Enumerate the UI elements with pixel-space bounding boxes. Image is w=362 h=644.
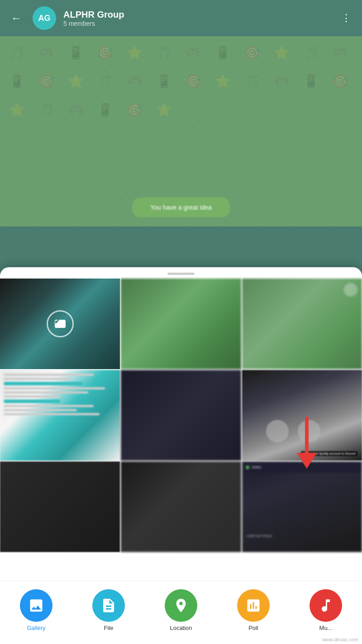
location-icon: [173, 597, 189, 614]
file-label: File: [104, 625, 114, 631]
deco-icon: ⭐: [156, 102, 172, 117]
deco-icon: ⭐: [215, 74, 231, 89]
watermark: www.deuac.com: [322, 637, 358, 642]
red-arrow-indicator: [297, 417, 317, 469]
deco-icon: 🎮: [127, 74, 143, 89]
deco-icon: 🎮: [38, 45, 54, 60]
deco-icon: 🎮: [68, 102, 84, 117]
circle: [266, 420, 289, 442]
photo-cell[interactable]: [121, 461, 241, 552]
nav-item-gallery[interactable]: Gallery: [20, 589, 52, 631]
photo-cell[interactable]: Online USER SETTINGS: [242, 461, 362, 552]
deco-icon: 🎯: [333, 74, 348, 89]
avatar[interactable]: AG: [33, 6, 56, 30]
camera-icon: [55, 318, 66, 329]
photo-cell[interactable]: [0, 370, 120, 461]
deco-icon: 📱: [156, 74, 172, 89]
deco-icon: 🎮: [186, 45, 201, 60]
chat-header: ← AG ALPHR Group 5 members ⋮: [0, 0, 362, 36]
gallery-icon-circle: [20, 589, 52, 622]
deco-icon: 🎵: [38, 102, 54, 117]
poll-label: Poll: [248, 625, 258, 631]
sheet-handle: [167, 273, 195, 275]
deco-icon: 📱: [9, 74, 25, 89]
deco-icon: 🎵: [244, 74, 260, 89]
deco-icon: 📱: [215, 45, 231, 60]
nav-item-file[interactable]: File: [92, 589, 125, 631]
deco-icon: 🎵: [97, 74, 113, 89]
location-label: Location: [170, 625, 192, 631]
file-icon: [100, 597, 117, 614]
location-icon-circle: [165, 589, 197, 622]
nav-item-music[interactable]: Mu...: [310, 589, 342, 631]
music-icon: [318, 597, 334, 614]
online-status: Online: [252, 466, 261, 469]
chat-title: ALPHR Group: [63, 10, 330, 20]
gallery-label: Gallery: [27, 625, 45, 631]
arrow-head: [297, 453, 317, 469]
music-icon-circle: [310, 589, 342, 622]
deco-icon: ⭐: [68, 74, 84, 89]
more-options-button[interactable]: ⋮: [338, 9, 355, 28]
photo-cell[interactable]: [121, 279, 241, 369]
file-icon-circle: [92, 589, 125, 622]
photo-cell[interactable]: [242, 279, 362, 369]
photo-cell[interactable]: [0, 279, 120, 369]
deco-icon: ⭐: [9, 102, 25, 117]
arrow-shaft: [305, 417, 309, 453]
deco-icon: 🎵: [303, 45, 319, 60]
deco-icon: 🎵: [156, 45, 172, 60]
header-info: ALPHR Group 5 members: [63, 10, 330, 27]
deco-icon: 🎯: [186, 74, 201, 89]
deco-icon: 🎯: [38, 74, 54, 89]
deco-icon: 📱: [97, 102, 113, 117]
deco-icon: 📱: [68, 45, 84, 60]
photo-grid: Connected Spotify account to Discord Onl…: [0, 279, 362, 552]
deco-icon: ⭐: [274, 45, 290, 60]
photo-overlay: [47, 310, 74, 337]
photo-screenshot: [0, 370, 120, 461]
member-count: 5 members: [63, 20, 330, 27]
gallery-icon: [28, 597, 44, 614]
deco-icon: 🎮: [333, 45, 348, 60]
message-bubble: You have a great idea: [132, 197, 230, 217]
photo-cell[interactable]: [121, 370, 241, 461]
deco-icon: ⭐: [127, 45, 143, 60]
photo-cell[interactable]: [0, 461, 120, 552]
back-button[interactable]: ←: [7, 8, 25, 28]
poll-icon-circle: [237, 589, 270, 622]
cell9-content: USER SETTINGS: [247, 534, 357, 538]
chat-background: 🎵 🎮 📱 🎯 ⭐ 🎵 🎮 📱 🎯 ⭐ 🎵 🎮 📱 🎯 ⭐ 🎵 🎮 📱 🎯 ⭐ …: [0, 36, 362, 226]
poll-icon: [245, 597, 262, 614]
deco-icon: 🎯: [97, 45, 113, 60]
deco-icon: 📱: [303, 74, 319, 89]
music-label: Mu...: [319, 625, 333, 631]
online-dot: [246, 466, 249, 469]
deco-icon: 🎯: [244, 45, 260, 60]
bottom-navigation: Gallery File Location Poll: [0, 581, 362, 644]
nav-item-location[interactable]: Location: [165, 589, 197, 631]
deco-icon: 🎵: [9, 45, 25, 60]
deco-icon: 🎮: [274, 74, 290, 89]
deco-icon: 🎯: [127, 102, 143, 117]
nav-item-poll[interactable]: Poll: [237, 589, 270, 631]
